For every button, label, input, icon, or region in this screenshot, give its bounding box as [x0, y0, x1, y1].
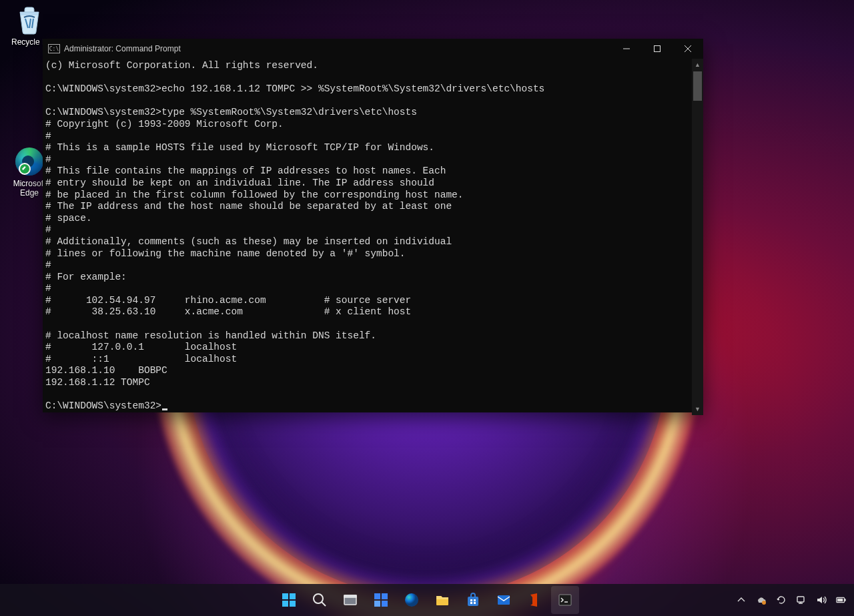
window-title: Administrator: Command Prompt — [64, 44, 181, 53]
taskbar[interactable] — [0, 584, 854, 616]
terminal-output[interactable]: (c) Microsoft Corporation. All rights re… — [43, 59, 692, 415]
svg-rect-11 — [382, 601, 388, 607]
recycle-bin-icon — [15, 5, 44, 35]
svg-point-12 — [405, 593, 418, 607]
battery-icon[interactable] — [835, 594, 847, 606]
cmd-icon: C:\ — [48, 44, 60, 53]
command-prompt-window[interactable]: C:\ Administrator: Command Prompt (c) Mi… — [43, 39, 703, 412]
svg-rect-0 — [655, 46, 661, 52]
taskbar-search[interactable] — [306, 586, 334, 614]
network-icon[interactable] — [795, 594, 807, 606]
status-badge-icon — [19, 163, 31, 175]
svg-rect-16 — [470, 602, 472, 604]
taskbar-office[interactable] — [520, 586, 548, 614]
svg-rect-9 — [382, 593, 388, 599]
system-tray[interactable] — [735, 584, 847, 616]
onedrive-icon[interactable] — [755, 594, 767, 606]
update-icon[interactable] — [775, 594, 787, 606]
svg-rect-21 — [797, 597, 804, 602]
svg-rect-17 — [474, 602, 476, 604]
svg-rect-7 — [344, 595, 356, 597]
close-button[interactable] — [673, 39, 703, 59]
maximize-button[interactable] — [642, 39, 673, 59]
edge-icon — [15, 147, 44, 176]
scrollbar[interactable]: ▲ ▼ — [692, 59, 703, 415]
taskbar-mail[interactable] — [490, 586, 518, 614]
taskbar-widgets[interactable] — [367, 586, 395, 614]
scroll-down-button[interactable]: ▼ — [692, 404, 703, 415]
svg-rect-8 — [374, 593, 380, 599]
scroll-up-button[interactable]: ▲ — [692, 59, 703, 70]
svg-rect-14 — [470, 599, 472, 601]
svg-rect-10 — [374, 601, 380, 607]
svg-rect-13 — [468, 597, 478, 606]
svg-rect-4 — [290, 601, 296, 607]
terminal-cursor — [162, 408, 167, 410]
volume-icon[interactable] — [815, 594, 827, 606]
svg-rect-15 — [474, 599, 476, 601]
svg-rect-24 — [837, 599, 843, 601]
svg-rect-2 — [290, 593, 296, 599]
svg-rect-19 — [559, 595, 571, 605]
taskbar-command-prompt[interactable] — [551, 586, 579, 614]
svg-rect-18 — [498, 595, 510, 605]
window-titlebar[interactable]: C:\ Administrator: Command Prompt — [43, 39, 703, 59]
taskbar-task-view[interactable] — [336, 586, 364, 614]
svg-rect-1 — [282, 593, 288, 599]
svg-rect-23 — [845, 599, 846, 601]
scroll-thumb[interactable] — [693, 71, 702, 101]
minimize-button[interactable] — [611, 39, 642, 59]
svg-rect-3 — [282, 601, 288, 607]
taskbar-edge[interactable] — [398, 586, 426, 614]
taskbar-store[interactable] — [459, 586, 487, 614]
svg-point-20 — [762, 601, 766, 605]
svg-point-5 — [314, 594, 323, 603]
chevron-up-icon[interactable] — [735, 594, 747, 606]
taskbar-start[interactable] — [275, 586, 303, 614]
taskbar-file-explorer[interactable] — [428, 586, 456, 614]
